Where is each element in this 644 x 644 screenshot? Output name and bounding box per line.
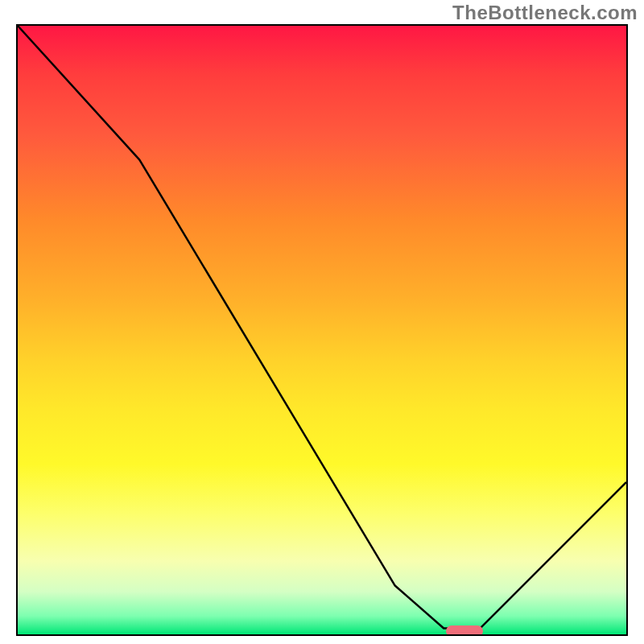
optimal-range-marker [446, 625, 483, 636]
plot-area [16, 24, 628, 636]
watermark-text: TheBottleneck.com [452, 2, 638, 24]
bottleneck-curve-line [18, 26, 626, 628]
chart-svg [18, 26, 626, 634]
chart-container: TheBottleneck.com [0, 0, 644, 644]
